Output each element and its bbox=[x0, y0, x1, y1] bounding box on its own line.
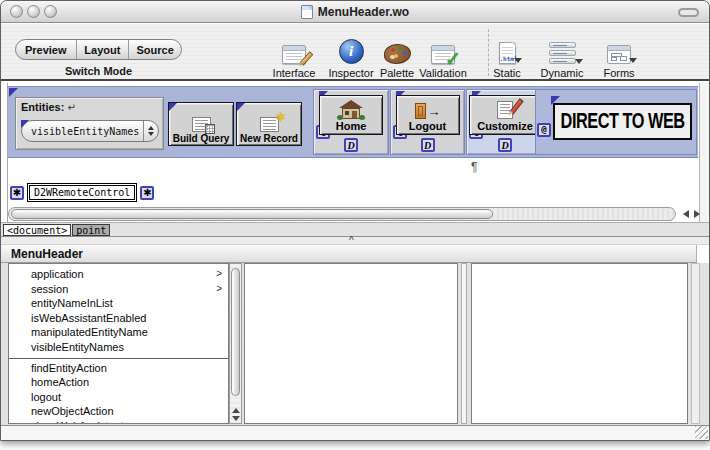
checkmark-icon: ✓ bbox=[445, 47, 461, 70]
list-item[interactable]: showWebAssistant bbox=[9, 419, 228, 424]
browser-column-2 bbox=[244, 263, 458, 424]
door-icon bbox=[415, 103, 426, 119]
interface-button[interactable]: Interface bbox=[265, 31, 323, 79]
list-item[interactable]: session > bbox=[9, 282, 228, 297]
inspector-icon: i bbox=[339, 39, 364, 64]
toolbar-toggle-button[interactable] bbox=[678, 8, 699, 17]
list-item[interactable]: isWebAssistantEnabled bbox=[9, 311, 228, 326]
component-box[interactable]: D2WRemoteControl bbox=[27, 183, 137, 202]
tab-preview[interactable]: Preview bbox=[16, 40, 77, 59]
popup-stepper[interactable] bbox=[143, 121, 158, 141]
scroll-down-arrow-icon[interactable] bbox=[232, 416, 240, 421]
switch-mode-label: Switch Mode bbox=[15, 65, 182, 77]
vertical-scrollbar-track[interactable] bbox=[699, 83, 709, 222]
title-bar[interactable]: MenuHeader.wo bbox=[1, 1, 709, 23]
toolbar: Preview Layout Source Switch Mode Interf… bbox=[1, 24, 709, 81]
list-item[interactable]: newObjectAction bbox=[9, 404, 228, 419]
conditional-marker-icon[interactable]: @ bbox=[537, 123, 551, 137]
status-bar bbox=[1, 425, 709, 440]
home-table-cell[interactable]: @ Home D bbox=[313, 89, 389, 155]
element-marker-icon bbox=[169, 103, 177, 111]
actions-list: findEntityAction homeAction logout bbox=[9, 358, 228, 424]
logout-button[interactable]: → Logout bbox=[396, 95, 460, 135]
element-path-bar: <document> point bbox=[1, 222, 709, 237]
direct-to-web-logo[interactable]: DIRECT TO WEB bbox=[553, 103, 692, 140]
home-button[interactable]: Home bbox=[319, 95, 383, 135]
pane-splitter[interactable] bbox=[1, 237, 709, 245]
list-item[interactable]: findEntityAction bbox=[9, 361, 228, 376]
container-marker-icon[interactable]: D bbox=[344, 138, 358, 152]
logout-icon: → bbox=[415, 103, 441, 119]
chevron-icon: > bbox=[216, 267, 222, 282]
entities-form-cell[interactable]: Entities: ↵ visibleEntityNames bbox=[15, 97, 164, 150]
column-splitter[interactable] bbox=[461, 263, 467, 424]
build-query-button[interactable]: Build Query bbox=[168, 102, 234, 146]
browser-header: MenuHeader bbox=[1, 245, 697, 263]
scroll-left-arrow-icon[interactable] bbox=[683, 210, 689, 218]
dropdown-arrow-icon bbox=[514, 58, 522, 63]
down-arrow-icon bbox=[148, 132, 154, 136]
tab-layout[interactable]: Layout bbox=[77, 40, 130, 59]
customize-button[interactable]: Customize bbox=[469, 95, 541, 135]
return-glyph-icon: ↵ bbox=[67, 102, 75, 113]
container-marker-icon[interactable]: D bbox=[498, 138, 512, 152]
star-icon: ✶ bbox=[275, 109, 287, 125]
grid-icon bbox=[205, 124, 215, 134]
validation-button[interactable]: ✓ Validation bbox=[414, 31, 472, 79]
browser-title: MenuHeader bbox=[1, 247, 83, 261]
palette-icon bbox=[384, 44, 411, 64]
element-marker-icon bbox=[237, 103, 245, 111]
list-item[interactable]: visibleEntityNames bbox=[9, 340, 228, 355]
custom-component-marker-icon[interactable]: ✱ bbox=[10, 186, 24, 200]
direct-to-web-cell[interactable]: @ DIRECT TO WEB bbox=[535, 89, 697, 155]
browser-column-keys[interactable]: application > session > entityNameInList bbox=[8, 263, 229, 424]
dropdown-arrow-icon bbox=[575, 59, 583, 64]
menu-header-table[interactable]: Entities: ↵ visibleEntityNames Build Que… bbox=[8, 86, 698, 158]
column-scrollbar[interactable] bbox=[229, 263, 242, 424]
scroll-up-arrow-icon[interactable] bbox=[232, 408, 240, 413]
resize-grip[interactable] bbox=[695, 426, 708, 439]
horizontal-scrollbar-thumb[interactable] bbox=[11, 209, 493, 219]
customize-table-cell[interactable]: @ Customize D bbox=[466, 89, 544, 155]
pilcrow-marker: ¶ bbox=[471, 160, 477, 174]
container-marker-icon[interactable]: D bbox=[421, 138, 435, 152]
list-item[interactable]: homeAction bbox=[9, 375, 228, 390]
html-page-icon: .html bbox=[499, 42, 516, 64]
list-item[interactable]: manipulatedEntityName bbox=[9, 325, 228, 340]
browser-right-scrollbar-track[interactable] bbox=[691, 263, 700, 424]
horizontal-scrollbar[interactable] bbox=[8, 207, 676, 221]
entities-popup-value: visibleEntityNames bbox=[22, 126, 143, 137]
switch-mode-segmented-control: Preview Layout Source bbox=[15, 39, 182, 60]
forms-dropdown-button[interactable]: Forms bbox=[590, 31, 648, 79]
browser-column-3 bbox=[471, 263, 688, 424]
d2w-remote-control-element[interactable]: ✱ D2WRemoteControl ✱ bbox=[10, 183, 154, 202]
element-marker-icon bbox=[21, 120, 29, 128]
app-window: MenuHeader.wo Preview Layout Source Swit… bbox=[0, 0, 710, 441]
logout-table-cell[interactable]: @ → Logout D bbox=[390, 89, 465, 155]
pencil-icon bbox=[509, 98, 523, 114]
entities-label: Entities: ↵ bbox=[21, 101, 76, 113]
chevron-icon: > bbox=[216, 282, 222, 297]
static-dropdown-button[interactable]: .html Static bbox=[478, 31, 536, 79]
dropdown-arrow-icon bbox=[629, 58, 637, 63]
tab-source[interactable]: Source bbox=[129, 40, 181, 59]
pencil-icon bbox=[300, 51, 314, 65]
up-arrow-icon bbox=[148, 126, 154, 130]
path-tag-document[interactable]: <document> bbox=[3, 224, 71, 236]
column-scrollbar-thumb[interactable] bbox=[231, 268, 240, 396]
list-item[interactable]: application > bbox=[9, 267, 228, 282]
interface-icon bbox=[282, 45, 306, 64]
bindings-list: application > session > entityNameInList bbox=[9, 264, 228, 355]
list-item[interactable]: logout bbox=[9, 390, 228, 405]
dynamic-elements-icon bbox=[549, 42, 576, 64]
entities-popup-button[interactable]: visibleEntityNames bbox=[21, 120, 159, 142]
new-record-button[interactable]: ✶ New Record bbox=[236, 102, 302, 146]
custom-component-marker-icon[interactable]: ✱ bbox=[140, 186, 154, 200]
home-icon bbox=[339, 100, 363, 119]
path-tag-point[interactable]: point bbox=[72, 224, 110, 236]
element-marker-icon bbox=[9, 88, 18, 97]
list-item[interactable]: entityNameInList bbox=[9, 296, 228, 311]
scroll-right-arrow-icon[interactable] bbox=[694, 210, 700, 218]
dynamic-dropdown-button[interactable]: Dynamic bbox=[533, 31, 591, 79]
component-label: D2WRemoteControl bbox=[29, 185, 135, 200]
